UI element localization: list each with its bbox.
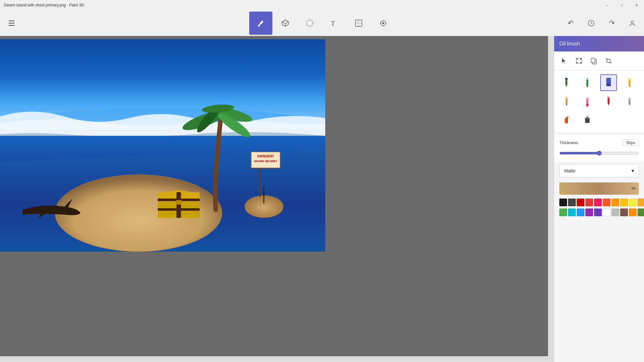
panel-title: Oil brush [559,41,580,47]
svg-marker-2 [282,20,289,24]
brush-pencil-orange[interactable] [558,93,575,110]
tool-2d[interactable] [298,12,321,35]
brush-crayon-yellow[interactable] [621,74,638,91]
tool-canvas[interactable] [347,12,370,35]
svg-point-4 [307,20,313,26]
color-swatch-gray[interactable] [611,209,619,216]
thickness-value: 50px [623,139,639,146]
brush-marker-red[interactable] [600,93,617,110]
color-swatch-darkred[interactable] [577,199,584,206]
svg-rect-68 [628,97,631,99]
color-swatch-green[interactable] [559,209,567,216]
brush-watercolor-pink[interactable] [579,93,596,110]
brush-eraser-gray[interactable] [621,93,638,110]
color-swatch-amber[interactable] [620,199,628,206]
canvas-area[interactable]: DANGER! SHARK NEARBY [0,36,554,362]
color-swatch-deeppurple[interactable] [594,209,602,216]
svg-rect-50 [607,79,610,80]
color-swatch-yellow[interactable] [629,199,637,206]
redo-button[interactable]: ↷ [605,17,618,30]
tool-effects[interactable] [372,12,395,35]
color-swatch-deeporange[interactable] [603,199,611,206]
select-cursor-icon [561,57,568,64]
svg-rect-44 [591,58,595,63]
tool-brushes[interactable] [249,12,272,35]
select-tool-button[interactable] [558,55,570,67]
brush-spray-orange[interactable] [558,112,575,128]
marker-red-icon [603,96,614,107]
horizontal-scrollbar[interactable] [0,356,554,362]
tool-3d[interactable] [274,12,297,35]
finish-label: Matte [564,168,575,173]
3d-icon [281,19,290,28]
svg-text:DANGER!: DANGER! [257,154,274,158]
brush-pen-green[interactable] [579,74,596,91]
color-swatch-pink[interactable] [594,199,602,206]
maximize-button[interactable]: □ [614,0,629,10]
thickness-slider[interactable] [559,151,639,156]
brush-grid [554,70,644,132]
brush-oil-selected[interactable] [600,74,617,91]
brushes-icon [256,19,265,28]
copy-paste-icon [590,57,597,64]
toolbar-left [5,17,18,30]
crayon-yellow-icon [624,77,635,88]
selection-box-icon [575,57,582,64]
eyedropper-icon[interactable]: ✏ [631,185,636,192]
effects-icon [379,19,388,28]
svg-rect-56 [628,79,631,80]
svg-marker-55 [629,86,630,88]
color-swatch-white[interactable] [603,209,611,216]
color-swatch-cyan[interactable] [568,209,576,216]
finish-dropdown[interactable]: Matte ▾ [559,164,639,177]
titlebar: Desert island with chest primary.png - P… [0,0,644,10]
profile-icon [629,20,636,27]
undo-button[interactable]: ↶ [564,17,577,30]
color-swatch-darkorange[interactable] [629,209,637,216]
brush-paint-bucket[interactable] [579,112,596,128]
svg-point-0 [258,25,260,27]
svg-rect-59 [565,97,568,98]
copy-tool-button[interactable] [588,55,600,67]
svg-rect-65 [607,97,610,98]
tool-text[interactable]: T [323,12,346,35]
svg-rect-52 [607,83,610,84]
text-icon: T [330,19,339,28]
thickness-section: Thickness 50px [554,135,644,162]
thickness-header: Thickness 50px [559,139,639,146]
vertical-scrollbar[interactable] [548,36,554,356]
svg-marker-67 [629,104,630,106]
svg-rect-31 [176,192,181,218]
svg-rect-37 [263,186,264,203]
canvas-icon [354,19,363,28]
profile-button[interactable] [626,17,639,30]
svg-rect-47 [565,78,568,79]
menu-button[interactable] [5,17,18,30]
color-preview[interactable]: ✏ [559,182,639,195]
thickness-slider-container[interactable] [559,149,639,157]
color-swatch-purple[interactable] [585,209,593,216]
color-swatch-darkgray[interactable] [568,199,576,206]
close-button[interactable]: ✕ [629,0,644,10]
svg-rect-62 [586,97,589,99]
crop-tool-button[interactable] [602,55,615,67]
watercolor-pink-icon [582,96,593,107]
svg-marker-64 [608,103,610,106]
spray-orange-icon [561,115,572,125]
svg-text:SHARK NEARBY: SHARK NEARBY [254,160,278,163]
color-swatch-red[interactable] [585,199,593,206]
color-swatch-lightgreen[interactable] [638,209,644,216]
history-button[interactable] [585,17,598,30]
color-swatch-blue[interactable] [577,209,584,216]
color-swatch-brown[interactable] [620,209,628,216]
selection-tool-button[interactable] [573,55,585,67]
eraser-gray-icon [624,96,635,107]
toolbar-right: ↶ ↷ [564,17,639,30]
svg-point-61 [586,103,589,107]
color-swatch-orange[interactable] [611,199,619,206]
minimize-button[interactable]: ─ [600,0,614,10]
canvas-svg: DANGER! SHARK NEARBY [0,39,325,252]
brush-marker-green[interactable] [558,74,575,91]
color-swatch-black[interactable] [559,199,567,206]
color-swatch-darkyellow[interactable] [638,199,644,206]
